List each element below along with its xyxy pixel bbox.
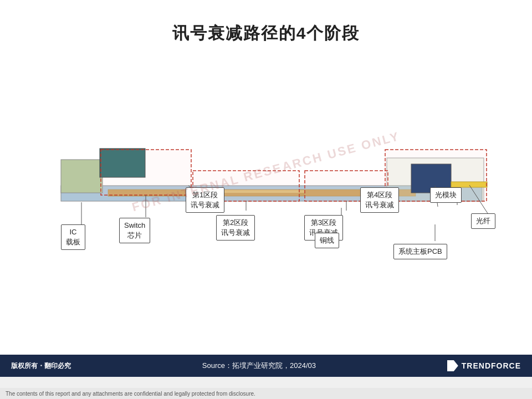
svg-rect-3: [61, 160, 103, 193]
svg-rect-8: [101, 150, 191, 195]
switch-label: Switch 芯片: [119, 218, 150, 243]
copyright-text: 版权所有・翻印必究: [11, 361, 71, 371]
page-title: 讯号衰减路径的4个阶段: [0, 0, 532, 45]
system-pcb-label: 系统主板PCB: [393, 244, 447, 259]
svg-rect-4: [100, 149, 145, 177]
region4-label: 第4区段 讯号衰减: [360, 187, 399, 213]
ic-board-label: IC 载板: [61, 224, 85, 250]
trendforce-logo: TRENDFORCE: [447, 360, 521, 371]
fiber-label: 光纤: [471, 213, 495, 229]
svg-line-21: [469, 185, 488, 213]
diagram-area: IC 载板 Switch 芯片 第1区段 讯号衰减 第2区段 讯号衰减 第3区段…: [28, 66, 504, 277]
logo-icon: [447, 360, 458, 371]
svg-rect-7: [451, 182, 487, 187]
region1-label: 第1区段 讯号衰减: [186, 187, 224, 213]
main-slide: 讯号衰减路径的4个阶段: [0, 0, 532, 377]
footer-bar: 版权所有・翻印必究 Source：拓墣产业研究院，2024/03 TRENDFO…: [0, 355, 532, 377]
region2-label: 第2区段 讯号衰减: [216, 215, 255, 241]
source-text: Source：拓墣产业研究院，2024/03: [71, 361, 447, 371]
optical-module-label: 光模块: [430, 187, 462, 203]
disclaimer-bar: The contents of this report and any atta…: [0, 388, 532, 399]
copper-wire-label: 铜线: [315, 233, 339, 248]
svg-rect-0: [61, 186, 482, 201]
